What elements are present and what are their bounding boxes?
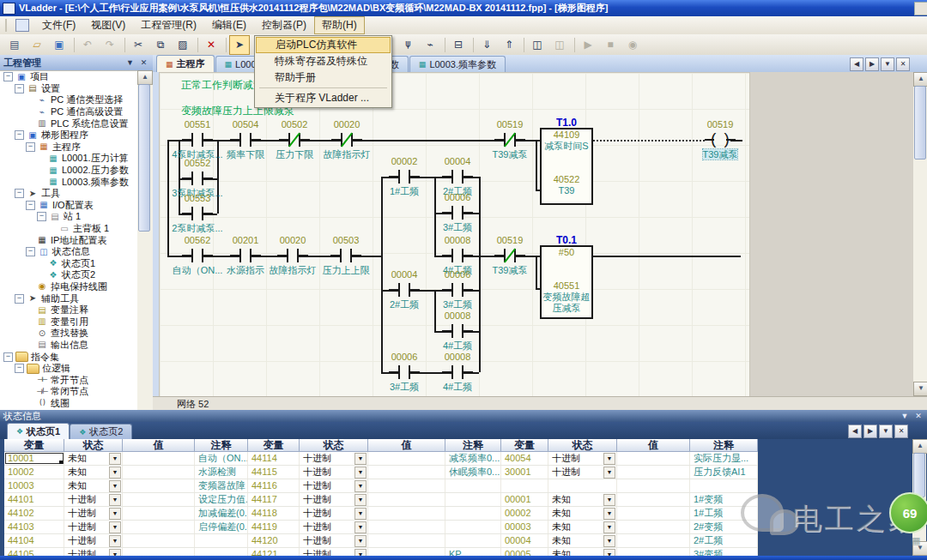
contact-nc-00519[interactable]: 00519T39减泵	[494, 132, 525, 148]
dropdown-arrow-icon[interactable]: ▼	[109, 480, 121, 492]
scroll-down-icon[interactable]: ▼	[913, 382, 927, 396]
column-header-状态[interactable]: 状态	[548, 439, 617, 452]
status-tab-2[interactable]: ❖状态页2	[70, 424, 132, 439]
comment-cell[interactable]: 启停偏差(0...	[195, 521, 248, 533]
value-cell[interactable]	[368, 548, 445, 556]
dropdown-arrow-icon[interactable]: ▼	[354, 494, 367, 506]
column-header-状态[interactable]: 状态	[300, 439, 368, 452]
status-cell[interactable]: 十进制▼	[300, 521, 368, 533]
menu-item-1[interactable]: 文件(F)	[34, 16, 83, 34]
comment-cell[interactable]: 实际压力显...	[690, 452, 758, 465]
scroll-tabs-right-icon[interactable]: ▶	[863, 425, 877, 438]
column-header-变量[interactable]: 变量	[501, 439, 548, 452]
dropdown-arrow-icon[interactable]: ▼	[354, 480, 367, 492]
value-cell[interactable]	[617, 452, 690, 465]
new-file-button[interactable]: ▤	[4, 35, 25, 55]
value-cell[interactable]	[617, 548, 690, 556]
value-cell[interactable]	[368, 452, 445, 465]
value-cell[interactable]	[368, 521, 445, 533]
tree-item[interactable]: −▣项目	[0, 71, 137, 83]
status-cell[interactable]: 十进制▼	[300, 507, 368, 520]
collapse-icon[interactable]: −	[26, 247, 35, 256]
dropdown-arrow-icon[interactable]: ▼	[603, 467, 615, 479]
status-tab-1[interactable]: ❖状态页1	[7, 423, 70, 439]
dropdown-arrow-icon[interactable]: ▼	[354, 521, 367, 533]
variable-cell[interactable]: 44120	[248, 534, 300, 547]
value-cell[interactable]	[617, 534, 690, 547]
variable-cell[interactable]: 44117	[248, 493, 300, 506]
tree-item[interactable]: ▦IP地址配置表	[0, 234, 137, 246]
comment-cell[interactable]	[445, 479, 501, 492]
tree-item[interactable]: ( )线圈	[0, 398, 137, 410]
contact-no-00552[interactable]: 005523泵时减泵...	[182, 171, 213, 186]
variable-cell[interactable]: 44104	[4, 534, 64, 547]
status-cell[interactable]	[548, 479, 617, 492]
dropdown-arrow-icon[interactable]: ▼	[603, 521, 615, 533]
dropdown-arrow-icon[interactable]: ▼	[109, 494, 121, 506]
column-header-值[interactable]: 值	[368, 439, 445, 452]
dropdown-arrow-icon[interactable]: ▼	[109, 467, 121, 479]
value-cell[interactable]	[123, 493, 195, 506]
tree-item[interactable]: ▥PLC 系统信息设置	[0, 117, 137, 129]
dropdown-arrow-icon[interactable]: ▼	[354, 453, 367, 465]
value-cell[interactable]	[123, 466, 195, 479]
collapse-icon[interactable]: −	[15, 364, 24, 373]
scroll-up-icon[interactable]: ▲	[137, 70, 153, 85]
contact-no-00503[interactable]: 00503压力上上限	[330, 248, 361, 263]
dropdown-arrow-icon[interactable]: ▼	[603, 549, 615, 556]
dropdown-arrow-icon[interactable]: ▼	[109, 521, 121, 533]
contact-nc-00502[interactable]: 00502压力下限	[279, 132, 310, 148]
comment-cell[interactable]: 3#变频	[690, 548, 758, 556]
select-cursor-button[interactable]: ➤	[229, 35, 250, 55]
dropdown-arrow-icon[interactable]: ▼	[354, 535, 367, 547]
contact-no-00004[interactable]: 000042#工频	[389, 282, 420, 298]
scrollbar-thumb[interactable]	[138, 84, 150, 232]
window-controls-fragment[interactable]	[914, 2, 927, 15]
menu-item-2[interactable]: 视图(V)	[83, 16, 133, 34]
tree-item[interactable]: ▦L0003.频率参数	[0, 176, 137, 188]
status-cell[interactable]: 十进制▼	[64, 493, 123, 506]
print-button[interactable]: ⊟	[448, 35, 469, 55]
close-tab-icon[interactable]: ✕	[894, 425, 908, 438]
column-header-变量[interactable]: 变量	[248, 439, 300, 452]
variable-cell[interactable]: 00005	[501, 548, 548, 556]
value-cell[interactable]	[617, 479, 690, 492]
close-tab-icon[interactable]: ✕	[896, 57, 910, 71]
contact-no-00020[interactable]: 00020故障指示灯	[277, 248, 308, 263]
panel-close-icon[interactable]: ✕	[138, 58, 149, 67]
value-cell[interactable]	[617, 521, 690, 533]
status-cell[interactable]: 十进制▼	[64, 521, 123, 533]
variable-cell[interactable]: 44121	[248, 548, 300, 556]
value-cell[interactable]	[123, 452, 195, 465]
status-cell[interactable]: 未知▼	[548, 521, 617, 533]
variable-cell[interactable]: 44102	[4, 507, 64, 520]
tab-L0003.频率参数[interactable]: ▦L0003.频率参数	[409, 56, 506, 72]
status-cell[interactable]: 十进制▼	[64, 507, 123, 520]
comment-cell[interactable]	[445, 507, 501, 520]
timer-block-T1.0[interactable]: T1.044109减泵时间S 40522T39	[540, 128, 593, 205]
scroll-tabs-left-icon[interactable]: ◀	[848, 425, 862, 438]
tree-item[interactable]: ◉掉电保持线圈	[0, 281, 137, 293]
upload-from-plc-button[interactable]: ⇑	[499, 35, 519, 55]
tree-item[interactable]: ⊙查找替换	[0, 328, 137, 340]
tree-item[interactable]: −➤辅助工具	[0, 292, 137, 304]
value-cell[interactable]	[123, 507, 195, 520]
tree-item[interactable]: ▭主背板 1	[0, 223, 137, 235]
comment-cell[interactable]	[445, 521, 501, 533]
value-cell[interactable]	[123, 534, 195, 547]
comment-cell[interactable]	[195, 548, 248, 556]
dropdown-arrow-icon[interactable]: ▼	[354, 508, 367, 520]
contact-no-00551[interactable]: 005514泵时减泵...	[182, 132, 213, 148]
delete-branch-button[interactable]: ⌁	[420, 35, 440, 55]
scroll-up-icon[interactable]: ▲	[912, 439, 927, 454]
collapse-icon[interactable]: −	[3, 72, 13, 81]
tree-item[interactable]: −➤工具	[0, 188, 137, 200]
comment-cell[interactable]: 1#变频	[690, 493, 758, 506]
panel-pin-icon[interactable]: ▼	[900, 412, 910, 420]
dropdown-arrow-icon[interactable]: ▼	[603, 508, 615, 520]
column-header-值[interactable]: 值	[617, 439, 690, 452]
status-cell[interactable]: 未知▼	[64, 479, 123, 492]
panel-close-icon[interactable]: ✕	[913, 412, 924, 420]
comment-cell[interactable]: 1#工频	[690, 507, 758, 520]
dropdown-arrow-icon[interactable]: ▼	[603, 494, 615, 506]
